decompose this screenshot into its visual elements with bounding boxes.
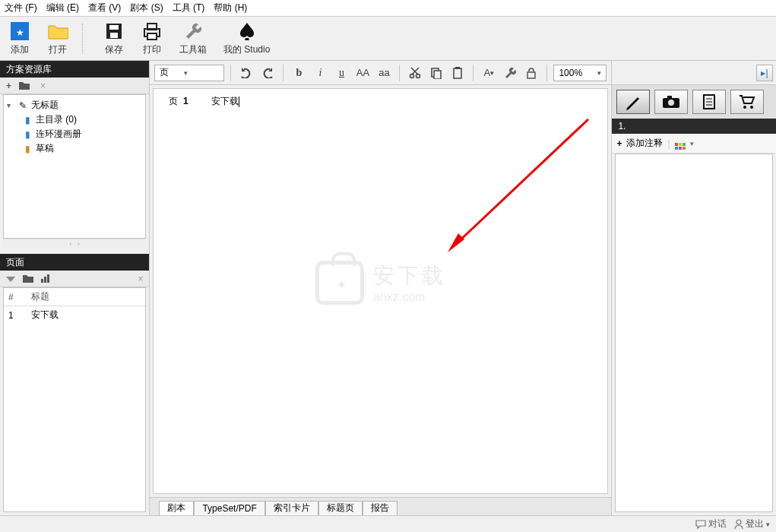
col-num: #: [4, 288, 27, 306]
table-row[interactable]: 1 安下载: [4, 306, 145, 325]
pen-tool-button[interactable]: [616, 90, 650, 114]
bold-button[interactable]: b: [290, 64, 308, 82]
tab-typeset[interactable]: TypeSet/PDF: [194, 501, 264, 516]
tree-comic[interactable]: ▮ 连环漫画册: [5, 127, 144, 141]
print-button[interactable]: 打印: [138, 19, 166, 58]
note-toolbar: + 添加注释 | ▾: [612, 134, 776, 154]
color-picker-icon[interactable]: [675, 138, 686, 150]
pencil-icon: ✎: [17, 100, 28, 111]
add-button[interactable]: ★ 添加: [6, 19, 33, 58]
font-button[interactable]: A▾: [480, 64, 498, 82]
chevron-down-icon[interactable]: ▾: [690, 140, 694, 147]
svg-rect-18: [455, 67, 460, 69]
toolbox-button[interactable]: 工具箱: [176, 19, 210, 58]
save-button[interactable]: 保存: [100, 19, 128, 58]
studio-button[interactable]: 我的 Studio: [220, 19, 273, 58]
pages-list[interactable]: # 标题 1 安下载: [3, 287, 146, 512]
page-text[interactable]: 安下载: [211, 95, 239, 108]
svg-rect-3: [109, 25, 119, 30]
tree-h-scroll[interactable]: ‹ ›: [3, 239, 146, 248]
chevron-down-icon: ▾: [597, 69, 601, 77]
tab-index-card[interactable]: 索引卡片: [265, 501, 318, 516]
collapse-right-button[interactable]: ▸|: [756, 65, 773, 81]
tab-report[interactable]: 报告: [363, 501, 398, 516]
user-icon: [734, 519, 743, 530]
folder-icon: [47, 21, 68, 42]
svg-point-28: [743, 106, 746, 109]
style-combo[interactable]: 页 ▾: [154, 65, 224, 81]
menu-view[interactable]: 查看 (V): [88, 2, 121, 14]
cut-button[interactable]: [406, 64, 424, 82]
annotation-arrow: [432, 112, 600, 264]
chart-icon[interactable]: [41, 274, 50, 283]
svg-point-11: [410, 74, 414, 78]
note-icon: ▮: [22, 144, 33, 154]
close-pages-icon[interactable]: ×: [138, 274, 143, 284]
settings-wrench-button[interactable]: [501, 64, 519, 82]
right-sidebar: ▸| 1. + 添加注释 |: [611, 61, 776, 515]
bottom-tabs: 剧本 TypeSet/PDF 索引卡片 标题页 报告: [150, 497, 611, 515]
status-bar: 对话 登出 ▾: [0, 515, 776, 532]
cart-tool-button[interactable]: [730, 90, 764, 114]
uppercase-button[interactable]: AA: [353, 64, 372, 82]
zoom-combo[interactable]: 100% ▾: [553, 65, 607, 81]
tree-root[interactable]: ▾ ✎ 无标题: [5, 98, 144, 112]
dropdown-icon[interactable]: [6, 274, 15, 284]
redo-button[interactable]: [258, 64, 277, 82]
svg-rect-23: [667, 96, 672, 99]
underline-button[interactable]: u: [332, 64, 350, 82]
chat-button[interactable]: 对话: [695, 518, 727, 530]
folder-small-icon-2[interactable]: [23, 274, 33, 283]
save-icon: [103, 21, 125, 42]
menu-tools[interactable]: 工具 (T): [173, 2, 205, 14]
folder-small-icon[interactable]: [19, 81, 30, 90]
svg-point-29: [750, 106, 753, 109]
svg-rect-19: [527, 72, 535, 78]
svg-rect-8: [41, 279, 43, 283]
page-header-row: 页 1 安下载: [154, 89, 607, 114]
svg-point-12: [417, 74, 420, 78]
lock-button[interactable]: [522, 64, 540, 82]
print-icon: [141, 21, 163, 42]
lowercase-button[interactable]: aa: [375, 64, 393, 82]
chevron-down-icon: ▾: [766, 521, 770, 528]
svg-rect-4: [110, 33, 118, 38]
svg-rect-7: [147, 33, 157, 40]
open-button[interactable]: 打开: [44, 19, 71, 58]
svg-rect-9: [44, 277, 46, 283]
menu-script[interactable]: 剧本 (S): [130, 2, 163, 14]
camera-tool-button[interactable]: [654, 90, 688, 114]
wrench-icon: [182, 21, 204, 42]
section-header: 1.: [612, 119, 776, 134]
svg-point-22: [668, 100, 674, 106]
main-toolbar: ★ 添加 打开 保存 打印 工具箱 我的 Studio: [0, 17, 776, 61]
delete-resource-icon[interactable]: ×: [40, 81, 46, 91]
add-resource-icon[interactable]: +: [6, 81, 11, 91]
left-sidebar: 方案资源库 + × ▾ ✎ 无标题 ▮ 主目录 (0) ▮ 连环漫画册 ▮: [0, 61, 150, 515]
tree-draft[interactable]: ▮ 草稿: [5, 141, 144, 156]
logout-button[interactable]: 登出 ▾: [734, 518, 770, 530]
menu-bar: 文件 (F) 编辑 (E) 查看 (V) 剧本 (S) 工具 (T) 帮助 (H…: [0, 0, 776, 17]
menu-edit[interactable]: 编辑 (E): [46, 2, 79, 14]
doc-icon: ▮: [22, 115, 33, 125]
tree-main-index[interactable]: ▮ 主目录 (0): [5, 112, 144, 127]
add-note-icon[interactable]: +: [616, 138, 622, 149]
book-icon: ▮: [22, 129, 33, 140]
svg-rect-17: [454, 68, 461, 78]
copy-button[interactable]: [427, 64, 445, 82]
right-tool-row: [612, 85, 776, 119]
italic-button[interactable]: i: [311, 64, 329, 82]
menu-help[interactable]: 帮助 (H): [214, 2, 247, 14]
paste-button[interactable]: [448, 64, 467, 82]
undo-button[interactable]: [237, 64, 255, 82]
svg-rect-16: [434, 71, 441, 79]
editor-canvas[interactable]: 页 1 安下载 安下载 anxz.com: [153, 88, 608, 494]
notes-area[interactable]: [615, 154, 773, 512]
tab-title-page[interactable]: 标题页: [318, 501, 363, 516]
page-tool-button[interactable]: [692, 90, 726, 114]
menu-file[interactable]: 文件 (F): [5, 2, 37, 14]
resources-tree[interactable]: ▾ ✎ 无标题 ▮ 主目录 (0) ▮ 连环漫画册 ▮ 草稿: [3, 94, 146, 239]
watermark: 安下载 anxz.com: [315, 261, 446, 305]
tab-script[interactable]: 剧本: [159, 501, 194, 516]
add-note-label[interactable]: 添加注释: [626, 137, 663, 150]
